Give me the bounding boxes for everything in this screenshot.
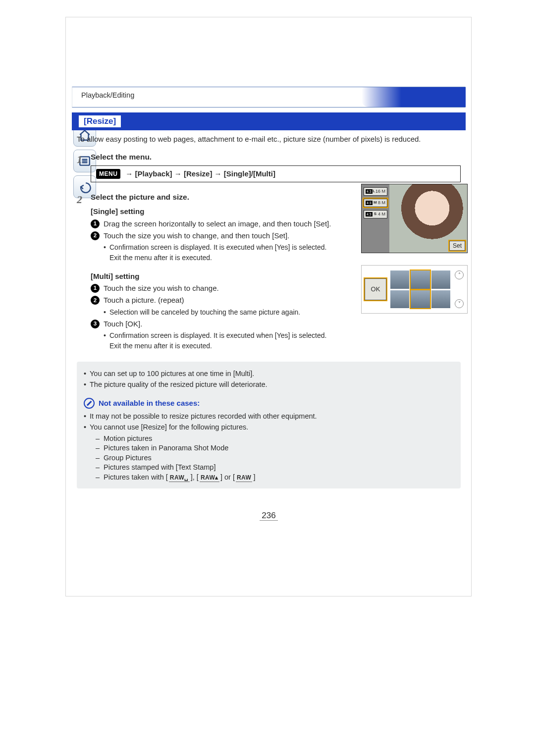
section-title: [Resize] xyxy=(79,115,121,127)
scroll-down-icon: ˅ xyxy=(455,299,464,308)
not-available-title: Not available in these cases: xyxy=(99,398,200,408)
na-sub-d: Pictures stamped with [Text Stamp] xyxy=(104,463,215,473)
multi-item-1: 1 Touch the size you wish to change. xyxy=(91,283,338,293)
note-1: You can set up to 100 pictures at one ti… xyxy=(90,369,254,379)
intro-text: To allow easy posting to web pages, atta… xyxy=(77,134,461,144)
raw-icon-1: RAW␣ xyxy=(169,474,190,482)
multi-item-3-text: Touch [OK]. xyxy=(104,319,142,329)
single-item-1: 1 Drag the screen horizontally to select… xyxy=(91,219,338,229)
size-option-16m: 4:3L16 M xyxy=(364,187,387,196)
sample-photo: Set xyxy=(389,184,467,253)
not-available-icon xyxy=(84,398,95,409)
na-sub-b: Pictures taken in Panorama Shot Mode xyxy=(104,443,228,453)
thumb xyxy=(431,290,450,309)
menu-path-box: MENU → [Playback] → [Resize] → [Single]/… xyxy=(91,165,461,182)
bullet-icon: 2 xyxy=(91,296,100,305)
thumb-selected xyxy=(411,290,429,309)
na-line-1: It may not be possible to resize picture… xyxy=(90,412,317,422)
chapter-header: Playback/Editing xyxy=(72,87,466,108)
na-sub-e-prefix: Pictures taken with xyxy=(104,473,166,481)
multi-item-1-text: Touch the size you wish to change. xyxy=(104,283,219,293)
size-label: 16 M xyxy=(375,188,385,194)
multi-sub-2-text: Confirmation screen is displayed. It is … xyxy=(109,331,326,340)
size-option-4m: 4:3S4 M xyxy=(364,210,387,218)
multi-sub-1: •Selection will be canceled by touching … xyxy=(104,308,338,317)
na-sub-a: Motion pictures xyxy=(104,434,152,444)
thumb xyxy=(431,270,450,289)
multi-item-2: 2 Touch a picture. (repeat) xyxy=(91,295,338,305)
aspect-ratio-badge: 4:3 xyxy=(366,212,373,216)
single-setting-head: [Single] setting xyxy=(91,207,338,216)
size-label: 4 M xyxy=(378,211,385,217)
bullet-icon: 3 xyxy=(91,320,100,328)
thumb xyxy=(390,290,409,309)
set-button: Set xyxy=(449,241,465,251)
single-item-1-text: Drag the screen horizontally to select a… xyxy=(104,219,331,229)
note-2: The picture quality of the resized pictu… xyxy=(90,380,268,390)
content-body: To allow easy posting to web pages, atta… xyxy=(72,134,466,522)
step-number: 1 xyxy=(77,152,91,189)
multi-item-3: 3 Touch [OK]. xyxy=(91,319,338,329)
ok-button: OK xyxy=(365,278,386,300)
single-item-2-text: Touch the size you wish to change, and t… xyxy=(104,231,289,241)
breadcrumb: Playback/Editing xyxy=(81,91,134,99)
aspect-ratio-badge: 4:3 xyxy=(366,189,373,194)
multi-item-2-text: Touch a picture. (repeat) xyxy=(104,295,184,305)
screenshot-single: 4:3L16 M 4:3M8 M 4:3S4 M Set xyxy=(361,184,468,253)
thumbnail-grid xyxy=(390,270,450,308)
size-label: 8 M xyxy=(378,200,385,206)
thumb xyxy=(390,270,409,289)
bullet-icon: 2 xyxy=(91,231,100,240)
single-item-2: 2 Touch the size you wish to change, and… xyxy=(91,231,338,241)
menu-path: → [Playback] → [Resize] → [Single]/[Mult… xyxy=(125,169,275,179)
aspect-ratio-badge: 4:3 xyxy=(366,201,373,205)
multi-sub-2: •Confirmation screen is displayed. It is… xyxy=(104,331,338,340)
sep: , xyxy=(193,473,197,481)
multi-setting-head: [Multi] setting xyxy=(91,271,338,281)
thumb-selected xyxy=(411,270,429,289)
bullet-icon: 1 xyxy=(91,219,100,228)
na-sub-c: Group Pictures xyxy=(104,453,152,463)
page-number: 236 xyxy=(77,510,461,522)
single-sub-2: Exit the menu after it is executed. xyxy=(109,253,338,263)
section-banner: [Resize] xyxy=(72,112,466,130)
single-sub-1: •Confirmation screen is displayed. It is… xyxy=(104,243,338,252)
multi-sub-3: Exit the menu after it is executed. xyxy=(109,341,338,351)
screenshot-multi: OK ˄ ˅ xyxy=(361,265,468,314)
raw-icon-2: RAW▴ xyxy=(200,474,219,482)
menu-badge: MENU xyxy=(96,169,120,179)
size-option-8m-selected: 4:3M8 M xyxy=(364,199,387,207)
step-title: Select the menu. xyxy=(91,152,461,162)
na-line-2: You cannot use [Resize] for the followin… xyxy=(90,423,248,432)
na-sub-e: – Pictures taken with [RAW␣], [RAW▴] or … xyxy=(96,473,454,483)
raw-icon-3: RAW xyxy=(236,474,253,482)
scroll-up-icon: ˄ xyxy=(455,270,464,279)
bullet-icon: 1 xyxy=(91,284,100,293)
step-number: 2 xyxy=(77,192,91,350)
notes-box: •You can set up to 100 pictures at one t… xyxy=(77,362,461,488)
multi-sub-1-text: Selection will be canceled by touching t… xyxy=(109,308,300,317)
sep: or xyxy=(222,473,233,481)
single-sub-1-text: Confirmation screen is displayed. It is … xyxy=(109,243,326,252)
